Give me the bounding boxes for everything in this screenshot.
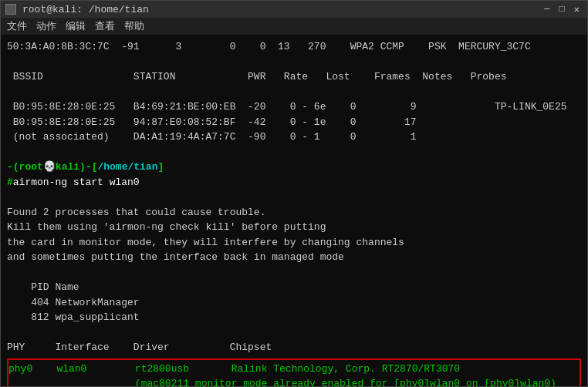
minimize-button[interactable]: — — [541, 4, 553, 15]
prompt-host: kali — [56, 160, 79, 175]
blank-line-1 — [7, 55, 581, 70]
pid-row-2: 812 wpa_supplicant — [7, 310, 581, 325]
menu-edit[interactable]: 编辑 — [66, 19, 86, 33]
prompt-dash-left: -( — [7, 160, 19, 175]
blank-line-4 — [7, 190, 581, 205]
title-bar: root@kali: /home/tian — □ ✕ — [1, 1, 587, 18]
menu-view[interactable]: 查看 — [95, 19, 115, 33]
prompt-bracket-right: ] — [157, 160, 164, 175]
menu-help[interactable]: 帮助 — [124, 19, 144, 33]
terminal-window: root@kali: /home/tian — □ ✕ 文件 动作 编辑 查看 … — [0, 0, 588, 387]
prompt-hash-1: # — [7, 175, 13, 190]
menu-action[interactable]: 动作 — [36, 19, 56, 33]
maximize-button[interactable]: □ — [556, 4, 568, 15]
blank-line-3 — [7, 145, 581, 160]
prompt-line-1: -(root💀 kali)-[/home/tian] — [7, 160, 581, 175]
window-icon — [5, 4, 16, 15]
phy-row-2: (mac80211 monitor mode already enabled f… — [8, 376, 580, 386]
blank-line-2 — [7, 85, 581, 100]
menu-file[interactable]: 文件 — [7, 19, 27, 33]
menu-bar: 文件 动作 编辑 查看 帮助 — [1, 18, 587, 35]
station-row-3: (not associated) DA:A1:19:4A:A7:7C -90 0… — [7, 130, 581, 145]
prompt-path-1: /home/tian — [97, 160, 157, 175]
prompt-user: root — [19, 160, 43, 175]
terminal-body[interactable]: 50:3A:A0:8B:3C:7C -91 3 0 0 13 270 WPA2 … — [1, 35, 587, 386]
title-bar-left: root@kali: /home/tian — [5, 4, 149, 15]
prompt-paren-right: )-[ — [79, 160, 97, 175]
close-button[interactable]: ✕ — [571, 4, 583, 15]
blank-line-5 — [7, 265, 581, 281]
phy-row-1: phy0 wlan0 rt2800usb Ralink Technology, … — [8, 362, 580, 377]
station-row-2: B0:95:8E:28:0E:25 94:87:E0:08:52:BF -42 … — [7, 115, 581, 130]
pid-row-1: 404 NetworkManager — [7, 295, 581, 311]
prompt-cmd-line-1: # airmon-ng start wlan0 — [7, 175, 581, 190]
found-line: Found 2 processes that could cause troub… — [7, 205, 581, 220]
pid-header: PID Name — [7, 280, 581, 295]
monitor-line: the card in monitor mode, they will inte… — [7, 235, 581, 251]
managed-line: and sometimes putting the interface back… — [7, 250, 581, 265]
phy-header: PHY Interface Driver Chipset — [7, 340, 581, 355]
prompt-cmd-1-text: airmon-ng start wlan0 — [13, 175, 140, 190]
window-controls: — □ ✕ — [541, 4, 583, 15]
station-col-headers: BSSID STATION PWR Rate Lost Frames Notes… — [7, 69, 581, 85]
wifi-header-row: 50:3A:A0:8B:3C:7C -91 3 0 0 13 270 WPA2 … — [7, 39, 581, 55]
highlight-box: phy0 wlan0 rt2800usb Ralink Technology, … — [7, 358, 581, 387]
station-row-1: B0:95:8E:28:0E:25 B4:69:21:BE:00:EB -20 … — [7, 99, 581, 115]
window-title: root@kali: /home/tian — [22, 4, 149, 15]
kill-line: Kill them using 'airmon-ng check kill' b… — [7, 220, 581, 235]
skull-icon: 💀 — [43, 160, 56, 175]
blank-line-6 — [7, 325, 581, 341]
